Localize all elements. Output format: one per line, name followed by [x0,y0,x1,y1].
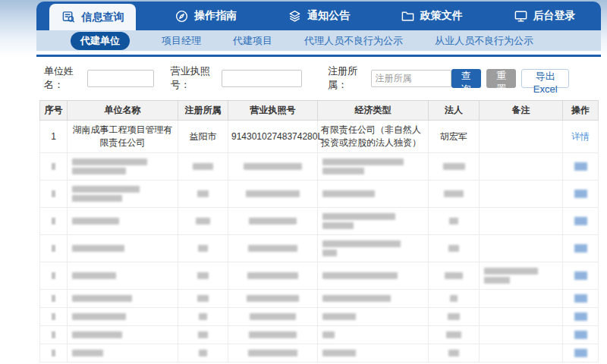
subnav-item-agency-project[interactable]: 代建项目 [233,34,272,48]
cell-legal-redacted [429,180,480,208]
cell-remark-redacted [480,344,563,362]
monitor-icon [514,9,528,24]
cell-seq-redacted [40,262,68,290]
cell-legal-redacted [429,308,480,326]
table-row [40,235,599,262]
cell-remark-redacted [480,208,563,235]
cell-region-redacted [178,290,228,308]
cell-remark [480,121,563,153]
table-row [40,308,599,326]
cell-license-redacted [228,290,318,308]
tab-notices[interactable]: 通知公告 [263,2,376,30]
cell-econ-redacted [318,208,429,235]
cell-name: 湖南成事工程项目管理有限责任公司 [68,121,178,153]
cell-action-redacted [563,344,599,362]
cell-region-redacted [178,344,228,362]
compass-icon [175,9,189,24]
cell-name-redacted [68,235,178,262]
tab-operation-guide[interactable]: 操作指南 [149,2,263,30]
cell-seq: 1 [40,121,68,153]
table-row [40,290,599,308]
cell-region: 益阳市 [178,121,228,153]
cell-econ-redacted [318,262,429,290]
table-row [40,344,599,362]
cell-license-redacted [228,326,318,344]
cell-action-redacted [563,153,599,180]
export-excel-button[interactable]: 导出Excel [521,69,569,88]
cell-seq-redacted [40,308,68,326]
cell-region-redacted [178,308,228,326]
cell-license-redacted [228,262,318,290]
cell-seq-redacted [40,344,68,362]
cell-remark-redacted [480,180,563,208]
table-row [40,153,599,180]
license-no-input[interactable] [222,70,302,87]
cell-remark-redacted [480,235,563,262]
subnav-item-agent-misconduct[interactable]: 代理人员不良行为公示 [304,34,403,48]
cell-name-redacted [68,262,178,290]
detail-link[interactable]: 详情 [571,131,590,142]
reset-button[interactable]: 重置 [486,69,516,88]
cell-name-redacted [68,344,178,362]
cell-name-redacted [68,308,178,326]
layers-icon [288,9,302,24]
cell-action-redacted [563,326,599,344]
cell-region-redacted [178,208,228,235]
table-body: 1湖南成事工程项目管理有限责任公司益阳市91430102748374280L有限… [40,121,599,362]
cell-region-redacted [178,180,228,208]
cell-region-redacted [178,153,228,180]
cell-legal-redacted [429,326,480,344]
folder-icon [401,9,415,24]
cell-license-redacted [228,308,318,326]
cell-action: 详情 [563,121,599,153]
cell-region-redacted [178,262,228,290]
col-header-action: 操作 [563,101,599,121]
license-no-label: 营业执照号： [171,64,219,92]
cell-legal: 胡宏军 [429,121,480,153]
cell-econ-redacted [318,326,429,344]
cell-license-redacted [228,344,318,362]
cell-license-redacted [228,208,318,235]
cell-seq-redacted [40,180,68,208]
unit-name-label: 单位姓名： [44,64,84,92]
info-query-icon [61,10,76,24]
tab-policy-files[interactable]: 政策文件 [375,2,488,30]
subnav-item-project-manager[interactable]: 项目经理 [162,34,201,48]
cell-name-redacted [68,326,178,344]
region-input[interactable] [371,70,451,87]
cell-region-redacted [178,235,228,262]
unit-name-input[interactable] [87,70,154,87]
cell-legal-redacted [429,153,480,180]
table-row [40,326,599,344]
cell-action-redacted [563,290,599,308]
table-row [40,208,599,235]
cell-license-redacted [228,153,318,180]
tab-info-query[interactable]: 信息查询 [36,2,149,30]
col-header-econ: 经济类型 [318,101,429,121]
table-header-row: 序号 单位名称 注册所属 营业执照号 经济类型 法人 备注 操作 [40,101,599,121]
cell-econ: 有限责任公司（非自然人投资或控股的法人独资） [318,121,429,153]
col-header-region: 注册所属 [178,101,228,121]
top-navbar: 信息查询 操作指南 通知公告 [36,2,601,30]
col-header-remark: 备注 [480,101,563,121]
cell-remark-redacted [480,290,563,308]
cell-action-redacted [563,262,599,290]
cell-econ-redacted [318,308,429,326]
region-label: 注册所属： [328,64,368,92]
cell-license-redacted [228,180,318,208]
cell-remark-redacted [480,326,563,344]
cell-legal-redacted [429,344,480,362]
col-header-legal: 法人 [429,101,480,121]
tab-admin-login[interactable]: 后台登录 [488,2,601,30]
cell-seq-redacted [40,153,68,180]
cell-legal-redacted [429,208,480,235]
cell-seq-redacted [40,326,68,344]
subnav-item-agency-unit[interactable]: 代建单位 [71,32,130,50]
main-page: 信息查询 操作指南 通知公告 [36,2,601,364]
table-row: 1湖南成事工程项目管理有限责任公司益阳市91430102748374280L有限… [40,121,599,153]
table-row [40,262,599,290]
subnav-item-practitioner-misconduct[interactable]: 从业人员不良行为公示 [435,34,533,48]
tab-label: 操作指南 [194,9,237,23]
query-button[interactable]: 查询 [451,69,481,88]
cell-name-redacted [68,180,178,208]
